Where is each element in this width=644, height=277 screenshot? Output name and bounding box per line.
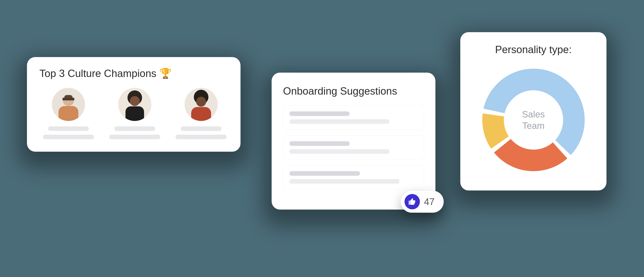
- suggestion-item[interactable]: [283, 135, 424, 160]
- thumbs-up-icon: [404, 194, 420, 209]
- placeholder-lines: [40, 126, 98, 139]
- champion-item: [172, 88, 230, 139]
- culture-champions-card: Top 3 Culture Champions 🏆: [27, 57, 240, 152]
- placeholder-line: [181, 126, 222, 131]
- like-count: 47: [424, 196, 434, 207]
- placeholder-line: [290, 171, 360, 176]
- svg-rect-5: [62, 98, 74, 100]
- placeholder-line: [114, 126, 155, 131]
- placeholder-lines: [172, 126, 230, 139]
- avatar: [118, 88, 151, 121]
- avatar: [52, 88, 85, 121]
- personality-title: Personality type:: [495, 44, 572, 56]
- onboarding-title: Onboarding Suggestions: [283, 85, 424, 97]
- placeholder-line: [109, 135, 160, 139]
- svg-point-9: [130, 96, 140, 106]
- placeholder-line: [290, 119, 390, 124]
- svg-point-14: [196, 97, 206, 107]
- title-text: Top 3 Culture Champions: [40, 67, 156, 80]
- center-line: Sales: [522, 109, 545, 120]
- culture-champions-title: Top 3 Culture Champions 🏆: [40, 67, 230, 80]
- svg-rect-15: [191, 107, 211, 121]
- donut-center-label: Sales Team: [522, 109, 545, 131]
- placeholder-lines: [106, 126, 164, 139]
- champion-item: [40, 88, 98, 139]
- personality-donut-chart: Sales Team: [480, 66, 588, 174]
- like-pill[interactable]: 47: [401, 191, 444, 213]
- svg-rect-3: [58, 106, 78, 121]
- placeholder-line: [290, 111, 350, 116]
- trophy-icon: 🏆: [159, 69, 172, 78]
- placeholder-line: [43, 135, 94, 139]
- onboarding-suggestions-card: Onboarding Suggestions 47: [272, 73, 436, 210]
- center-line: Team: [522, 120, 545, 131]
- placeholder-line: [176, 135, 226, 139]
- champion-item: [106, 88, 164, 139]
- suggestion-item[interactable]: [283, 105, 424, 130]
- suggestion-item[interactable]: [283, 165, 424, 190]
- placeholder-line: [290, 179, 400, 184]
- personality-type-card: Personality type: Sales Team: [460, 32, 606, 190]
- placeholder-line: [48, 126, 89, 131]
- placeholder-line: [290, 149, 390, 154]
- avatar: [184, 88, 218, 121]
- placeholder-line: [290, 141, 350, 146]
- champions-row: [40, 88, 230, 139]
- svg-rect-10: [126, 106, 144, 121]
